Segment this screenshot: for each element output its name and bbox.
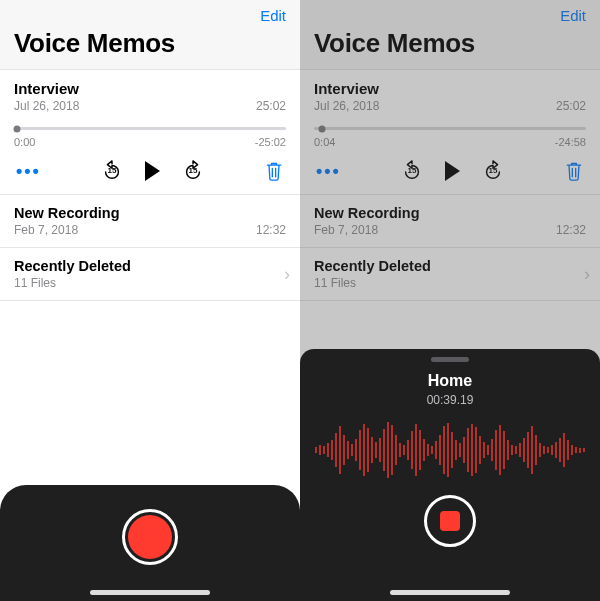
- recording-title: New Recording: [314, 205, 586, 221]
- recording-title[interactable]: Interview: [314, 80, 586, 97]
- recently-deleted-row[interactable]: Recently Deleted 11 Files ›: [300, 248, 600, 301]
- time-remaining: -24:58: [555, 136, 586, 148]
- home-indicator[interactable]: [90, 590, 210, 595]
- page-title: Voice Memos: [14, 28, 286, 59]
- time-elapsed: 0:04: [314, 136, 335, 148]
- skip-forward-15-icon[interactable]: 15: [182, 160, 204, 182]
- voice-memos-screen-recording: Edit Voice Memos Interview Jul 26, 2018 …: [300, 0, 600, 601]
- stop-icon: [440, 511, 460, 531]
- recording-date: Feb 7, 2018: [14, 223, 78, 237]
- skip-back-15-icon[interactable]: 15: [401, 160, 423, 182]
- time-remaining: -25:02: [255, 136, 286, 148]
- chevron-right-icon: ›: [284, 264, 290, 285]
- recording-row[interactable]: New Recording Feb 7, 2018 12:32: [300, 195, 600, 248]
- sheet-grabber[interactable]: [431, 357, 469, 362]
- play-button[interactable]: [445, 161, 460, 181]
- record-bar: [0, 485, 300, 601]
- edit-button[interactable]: Edit: [560, 7, 586, 24]
- recording-title: New Recording: [14, 205, 286, 221]
- scrubber-track[interactable]: [14, 127, 286, 130]
- edit-button[interactable]: Edit: [260, 7, 286, 24]
- page-title: Voice Memos: [314, 28, 586, 59]
- header: Edit Voice Memos: [300, 0, 600, 70]
- skip-back-15-icon[interactable]: 15: [101, 160, 123, 182]
- recording-duration: 25:02: [556, 99, 586, 113]
- recording-expanded: Interview Jul 26, 2018 25:02 0:00 -25:02…: [0, 70, 300, 195]
- recording-expanded: Interview Jul 26, 2018 25:02 0:04 -24:58…: [300, 70, 600, 195]
- recording-sheet[interactable]: Home 00:39.19: [300, 349, 600, 601]
- recording-row[interactable]: New Recording Feb 7, 2018 12:32: [0, 195, 300, 248]
- row-subtitle: 11 Files: [314, 276, 356, 290]
- play-button[interactable]: [145, 161, 160, 181]
- recording-name: Home: [428, 372, 472, 390]
- more-button[interactable]: •••: [16, 161, 41, 182]
- header: Edit Voice Memos: [0, 0, 300, 70]
- stop-button[interactable]: [424, 495, 476, 547]
- home-indicator[interactable]: [390, 590, 510, 595]
- time-elapsed: 0:00: [14, 136, 35, 148]
- record-button[interactable]: [122, 509, 178, 565]
- recording-date: Jul 26, 2018: [14, 99, 79, 113]
- recently-deleted-row[interactable]: Recently Deleted 11 Files ›: [0, 248, 300, 301]
- more-button[interactable]: •••: [316, 161, 341, 182]
- scrubber-thumb[interactable]: [13, 125, 20, 132]
- voice-memos-screen-idle: Edit Voice Memos Interview Jul 26, 2018 …: [0, 0, 300, 601]
- row-title: Recently Deleted: [314, 258, 586, 274]
- row-subtitle: 11 Files: [14, 276, 56, 290]
- scrubber-thumb[interactable]: [319, 125, 326, 132]
- recording-elapsed: 00:39.19: [427, 393, 474, 407]
- waveform: [300, 419, 600, 481]
- row-title: Recently Deleted: [14, 258, 286, 274]
- trash-icon[interactable]: [264, 160, 284, 182]
- recording-duration: 12:32: [256, 223, 286, 237]
- chevron-right-icon: ›: [584, 264, 590, 285]
- recording-duration: 25:02: [256, 99, 286, 113]
- trash-icon[interactable]: [564, 160, 584, 182]
- recording-date: Feb 7, 2018: [314, 223, 378, 237]
- recording-date: Jul 26, 2018: [314, 99, 379, 113]
- record-icon: [128, 515, 172, 559]
- recording-title[interactable]: Interview: [14, 80, 286, 97]
- scrubber-track[interactable]: [314, 127, 586, 130]
- recording-duration: 12:32: [556, 223, 586, 237]
- skip-forward-15-icon[interactable]: 15: [482, 160, 504, 182]
